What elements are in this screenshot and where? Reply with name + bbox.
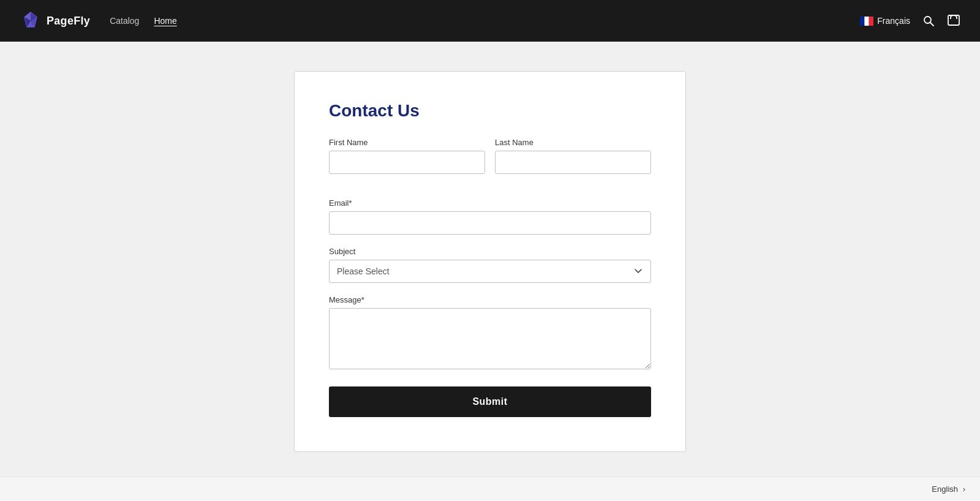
contact-title: Contact Us <box>329 101 651 121</box>
french-flag-icon <box>860 17 873 26</box>
navbar-right: Français <box>860 14 960 28</box>
subject-label: Subject <box>329 247 651 256</box>
search-button[interactable] <box>922 15 935 27</box>
nav-home[interactable]: Home <box>154 16 176 26</box>
email-label: Email* <box>329 198 651 208</box>
logo-area[interactable]: PageFly <box>20 10 90 32</box>
first-name-group: First Name <box>329 138 485 174</box>
nav-links: Catalog Home <box>110 16 177 26</box>
navbar-left: PageFly Catalog Home <box>20 10 177 32</box>
last-name-label: Last Name <box>495 138 651 147</box>
last-name-group: Last Name <box>495 138 651 174</box>
cart-icon <box>947 14 960 28</box>
first-name-input[interactable] <box>329 151 485 174</box>
submit-button[interactable]: Submit <box>329 386 651 417</box>
main-content: Contact Us First Name Last Name Email* S… <box>0 42 980 481</box>
language-selector[interactable]: Français <box>860 16 910 26</box>
svg-rect-8 <box>865 17 869 26</box>
email-group: Email* <box>329 198 651 235</box>
footer-chevron-icon[interactable]: › <box>963 485 965 494</box>
email-input[interactable] <box>329 211 651 235</box>
svg-rect-7 <box>860 17 864 26</box>
subject-group: Subject Please Select General Inquiry Su… <box>329 247 651 283</box>
language-label: Français <box>877 16 910 26</box>
message-group: Message* <box>329 295 651 369</box>
pagefly-logo-icon <box>20 10 42 32</box>
navbar: PageFly Catalog Home Français <box>0 0 980 42</box>
message-label: Message* <box>329 295 651 304</box>
first-name-label: First Name <box>329 138 485 147</box>
nav-catalog[interactable]: Catalog <box>110 16 139 26</box>
svg-rect-9 <box>869 17 873 26</box>
footer-bar: English › <box>0 477 980 501</box>
search-icon <box>922 15 935 27</box>
svg-rect-12 <box>948 15 959 25</box>
message-textarea[interactable] <box>329 308 651 369</box>
footer-language-label: English <box>932 484 958 494</box>
name-row: First Name Last Name <box>329 138 651 186</box>
svg-line-11 <box>930 23 934 26</box>
contact-card: Contact Us First Name Last Name Email* S… <box>294 71 686 452</box>
cart-button[interactable] <box>947 14 960 28</box>
last-name-input[interactable] <box>495 151 651 174</box>
subject-select[interactable]: Please Select General Inquiry Support Bi… <box>329 260 651 283</box>
logo-text: PageFly <box>47 15 90 28</box>
